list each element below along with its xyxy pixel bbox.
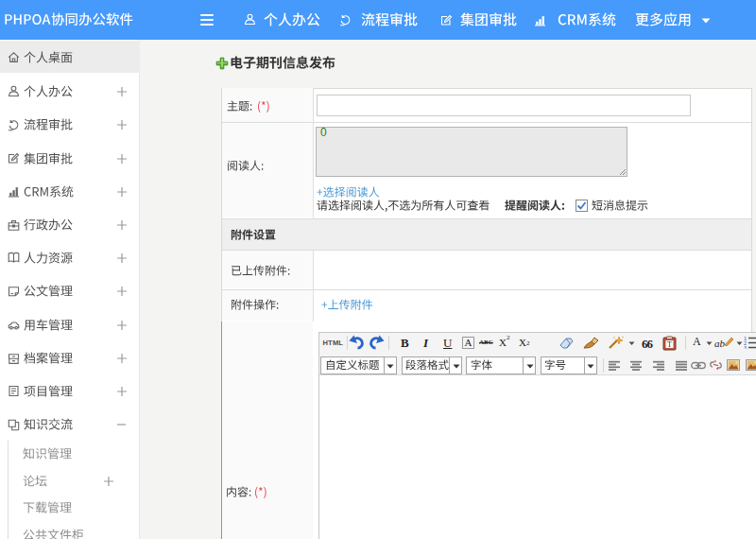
- svg-text:3: 3: [744, 345, 747, 349]
- svg-text:A: A: [465, 337, 472, 348]
- svg-text:T: T: [667, 340, 672, 349]
